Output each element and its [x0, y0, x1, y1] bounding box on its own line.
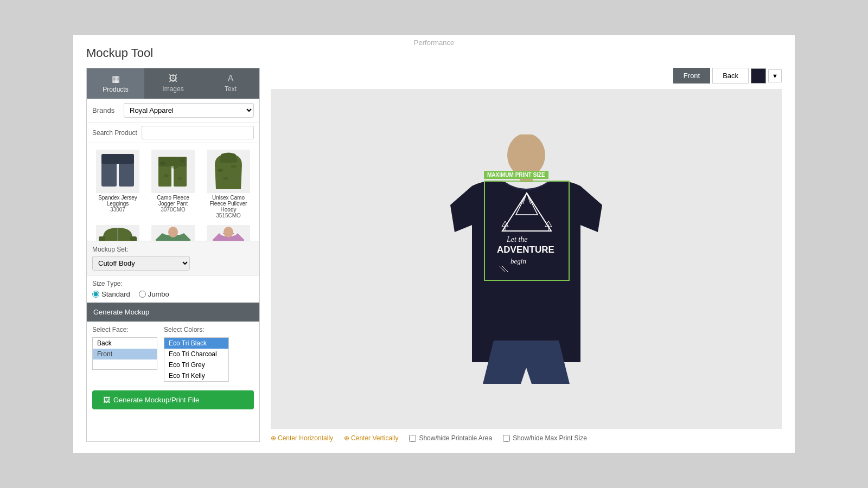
product-code-leggings: 33007 [110, 207, 125, 213]
generate-btn-icon: 🖼 [103, 396, 110, 404]
color-eco-tri-black[interactable]: Eco Tri Black [164, 338, 228, 349]
color-eco-tri-kelly[interactable]: Eco Tri Kelly [164, 370, 228, 381]
generate-btn-label: Generate Mockup/Print File [113, 396, 199, 404]
product-img-purple-top [207, 225, 250, 241]
generate-btn[interactable]: 🖼 Generate Mockup/Print File [92, 390, 254, 409]
color-swatch-display[interactable] [751, 68, 766, 84]
svg-text:ADVENTURE: ADVENTURE [497, 245, 554, 255]
show-maxprint-group: Show/hide Max Print Size [503, 434, 587, 442]
color-eco-tri-charcoal[interactable]: Eco Tri Charcoal [164, 349, 228, 359]
view-controls: Front Back ▼ [271, 68, 782, 84]
face-list: Back Front [92, 337, 157, 370]
color-list: Eco Tri Black Eco Tri Charcoal Eco Tri G… [164, 337, 229, 382]
radio-standard[interactable]: Standard [92, 290, 130, 298]
svg-point-23 [224, 227, 233, 237]
page-title: Mockup Tool [86, 46, 782, 60]
product-grid: Spandex Jersey Leggings 33007 [87, 143, 259, 241]
show-printable-group: Show/hide Printable Area [409, 434, 492, 442]
product-img-camo-jogger [151, 150, 195, 193]
size-type-label: Size Type: [92, 280, 254, 287]
view-front-btn[interactable]: Front [673, 68, 710, 84]
tab-images[interactable]: 🖼 Images [144, 68, 202, 99]
product-name-camo-fleece: Unisex Camo Fleece Pullover Hoody [204, 195, 253, 213]
product-item-camo-fleece[interactable]: Unisex Camo Fleece Pullover Hoody 3515CM… [202, 147, 255, 221]
product-item-camo-zip[interactable]: Camo Zip Jacket 3520CMO [91, 223, 144, 241]
print-area-label: MAXIMUM PRINT SIZE [484, 171, 548, 179]
svg-line-39 [500, 266, 505, 272]
mockup-set-row: Mockup Set: Cutoff Body Full Body Flat L… [87, 241, 259, 275]
svg-point-7 [171, 166, 178, 169]
svg-rect-18 [99, 236, 105, 241]
view-back-btn[interactable]: Back [712, 68, 749, 84]
center-horizontally-btn[interactable]: ⊕ Center Horizontally [271, 434, 333, 442]
svg-point-13 [223, 177, 228, 180]
color-swatch-dropdown[interactable]: ▼ [768, 69, 782, 82]
product-item-green-tee[interactable]: Green Tee 3301 [146, 223, 200, 241]
left-panel: ▦ Products 🖼 Images A Text [86, 68, 260, 442]
svg-text:Let the: Let the [506, 235, 528, 243]
svg-rect-2 [101, 154, 134, 164]
center-h-label: Center Horizontally [278, 434, 333, 442]
product-img-leggings [96, 150, 139, 193]
products-icon: ▦ [112, 74, 120, 84]
size-type-radio-group: Standard Jumbo [92, 290, 254, 298]
center-vertically-btn[interactable]: ⊕ Center Vertically [344, 434, 398, 442]
center-v-label: Center Vertically [351, 434, 398, 442]
svg-line-40 [502, 266, 508, 272]
text-icon: A [228, 74, 234, 84]
tab-products-label: Products [103, 86, 128, 93]
tab-images-label: Images [162, 85, 183, 93]
tshirt-container: MAXIMUM PRINT SIZE [439, 134, 613, 384]
performance-label: Performance [414, 38, 454, 47]
brands-label: Brands [92, 106, 119, 114]
radio-standard-label: Standard [101, 290, 130, 298]
product-item-purple-top[interactable]: Purple Top 3302 [202, 223, 255, 241]
tab-text-label: Text [225, 85, 237, 93]
face-back[interactable]: Back [93, 338, 157, 349]
search-input[interactable] [142, 126, 254, 139]
show-maxprint-label: Show/hide Max Print Size [513, 434, 587, 442]
product-img-camo-zip [96, 225, 139, 241]
design-content: Let the ADVENTURE begin [485, 182, 569, 280]
product-name-leggings: Spandex Jersey Leggings [93, 195, 142, 207]
color-eco-tri-grey[interactable]: Eco Tri Grey [164, 359, 228, 370]
mockup-set-select[interactable]: Cutoff Body Full Body Flat Lay [92, 256, 190, 271]
select-colors-label: Select Colors: [164, 326, 229, 333]
tab-text[interactable]: A Text [202, 68, 259, 99]
right-panel: Front Back ▼ [271, 68, 782, 442]
center-h-icon: ⊕ [271, 434, 276, 442]
svg-rect-19 [130, 236, 137, 241]
product-item-camo-jogger[interactable]: Camo Fleece Jogger Pant 3070CMO [146, 147, 200, 221]
show-maxprint-checkbox[interactable] [503, 435, 510, 442]
brands-select[interactable]: Royal Apparel Alternative Apparel Bella+… [124, 103, 254, 118]
show-printable-checkbox[interactable] [409, 435, 416, 442]
mockup-preview: MAXIMUM PRINT SIZE [271, 89, 782, 429]
brands-row: Brands Royal Apparel Alternative Apparel… [87, 99, 259, 123]
product-name-camo-jogger: Camo Fleece Jogger Pant [149, 195, 197, 207]
product-img-camo-fleece [207, 150, 250, 193]
svg-point-9 [163, 174, 169, 177]
bottom-controls: ⊕ Center Horizontally ⊕ Center Verticall… [271, 429, 782, 442]
svg-point-20 [168, 227, 178, 237]
tab-products[interactable]: ▦ Products [87, 68, 144, 99]
radio-jumbo-input[interactable] [139, 291, 146, 298]
size-type-row: Size Type: Standard Jumbo [87, 275, 259, 303]
select-face-label: Select Face: [92, 326, 157, 333]
svg-marker-28 [502, 193, 551, 231]
mockup-set-label: Mockup Set: [92, 246, 254, 253]
face-front[interactable]: Front [93, 349, 157, 359]
search-row: Search Product [87, 123, 259, 143]
svg-text:begin: begin [510, 257, 526, 265]
images-icon: 🖼 [169, 74, 177, 84]
generate-mockup-header: Generate Mockup [87, 303, 259, 322]
radio-standard-input[interactable] [92, 291, 99, 298]
print-area: MAXIMUM PRINT SIZE [484, 181, 570, 281]
svg-point-12 [231, 165, 237, 168]
tab-bar: ▦ Products 🖼 Images A Text [87, 68, 259, 99]
select-colors-col: Select Colors: Eco Tri Black Eco Tri Cha… [164, 326, 229, 382]
product-img-green-tee [151, 225, 195, 241]
radio-jumbo[interactable]: Jumbo [139, 290, 169, 298]
product-item-leggings[interactable]: Spandex Jersey Leggings 33007 [91, 147, 144, 221]
svg-point-11 [218, 169, 223, 172]
search-label: Search Product [92, 129, 137, 137]
